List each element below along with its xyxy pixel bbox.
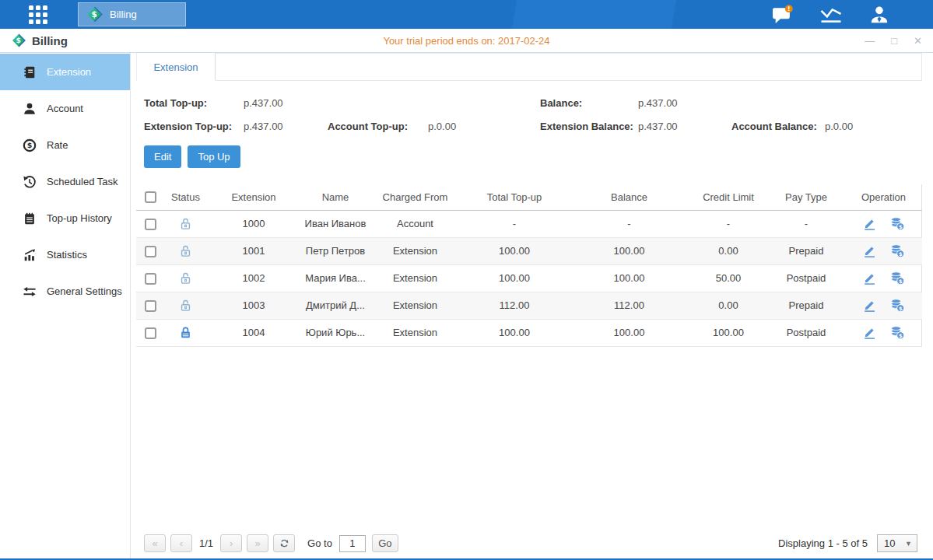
topup-coins-icon[interactable]: $ xyxy=(890,216,905,231)
topbar-tab-label: Billing xyxy=(110,9,137,20)
billing-diamond-icon: $ xyxy=(86,5,103,23)
balance-summary: Total Top-up: p.437.00 Balance: p.437.00… xyxy=(144,97,922,132)
table-row[interactable]: 1001 Петр Петров Extension 100.00 100.00… xyxy=(136,237,922,264)
lock-open-icon xyxy=(178,271,193,283)
rate-icon: $ xyxy=(23,138,37,152)
table-row[interactable]: 1000 Иван Иванов Account - - - - $ xyxy=(136,210,922,237)
minimize-icon[interactable]: — xyxy=(865,36,875,46)
edit-button[interactable]: Edit xyxy=(144,145,181,168)
edit-pencil-icon[interactable] xyxy=(862,325,877,340)
cell-charged-from: Account xyxy=(370,210,460,237)
tab-extension[interactable]: Extension xyxy=(136,53,215,81)
topbar-tab-billing[interactable]: $ Billing xyxy=(78,2,186,26)
tab-strip: Extension xyxy=(136,53,922,81)
row-checkbox[interactable] xyxy=(145,273,156,285)
row-checkbox[interactable] xyxy=(145,327,156,339)
topbar: $ Billing ! xyxy=(0,0,933,29)
table-row[interactable]: 1002 Мария Ива... Extension 100.00 100.0… xyxy=(136,264,922,292)
cell-name: Юрий Юрь... xyxy=(300,319,370,346)
edit-pencil-icon[interactable] xyxy=(862,243,877,258)
cell-name: Мария Ива... xyxy=(300,264,370,292)
edit-pencil-icon[interactable] xyxy=(862,216,877,231)
row-checkbox[interactable] xyxy=(145,219,156,230)
cell-balance: 100.00 xyxy=(569,319,689,346)
cell-extension: 1001 xyxy=(207,237,300,264)
column-header-charged-from: Charged From xyxy=(370,184,460,210)
close-icon[interactable]: ✕ xyxy=(914,36,922,46)
sidebar-item-general-settings[interactable]: General Settings xyxy=(0,273,130,310)
next-page-button[interactable]: › xyxy=(220,534,242,552)
table-row[interactable]: 1004 Юрий Юрь... Extension 100.00 100.00… xyxy=(136,319,922,346)
table-body: 1000 Иван Иванов Account - - - - $ 1001 … xyxy=(136,210,922,346)
cell-charged-from: Extension xyxy=(370,319,460,346)
top-up-button[interactable]: Top Up xyxy=(188,145,240,168)
table-row[interactable]: 1003 Дмитрий Д... Extension 112.00 112.0… xyxy=(136,292,922,319)
maximize-icon[interactable]: □ xyxy=(891,36,897,46)
cell-charged-from: Extension xyxy=(370,292,460,319)
cell-credit-limit: - xyxy=(689,210,767,237)
sidebar-item-account[interactable]: Account xyxy=(0,90,130,127)
sidebar-item-label: General Settings xyxy=(47,285,122,297)
cell-balance: 100.00 xyxy=(569,237,689,264)
action-buttons: Edit Top Up xyxy=(144,145,922,168)
svg-text:$: $ xyxy=(899,224,903,230)
user-account-icon[interactable] xyxy=(867,5,891,25)
goto-page-input[interactable] xyxy=(339,535,366,552)
svg-text:$: $ xyxy=(16,36,20,44)
svg-text:$: $ xyxy=(899,333,903,339)
lock-open-icon xyxy=(178,244,193,256)
column-header-name: Name xyxy=(300,184,370,210)
chat-icon[interactable]: ! xyxy=(770,5,794,25)
lock-closed-icon xyxy=(178,326,193,338)
refresh-icon xyxy=(279,537,290,549)
trial-period-message: Your trial period ends on: 2017-02-24 xyxy=(0,35,933,47)
cell-credit-limit: 100.00 xyxy=(689,319,767,346)
cell-balance: 100.00 xyxy=(569,264,689,292)
topup-coins-icon[interactable]: $ xyxy=(890,243,905,258)
cell-extension: 1003 xyxy=(207,292,300,319)
cell-charged-from: Extension xyxy=(370,264,460,292)
select-all-checkbox[interactable] xyxy=(145,191,156,203)
page-size-value: 10 xyxy=(878,537,895,549)
prev-page-button[interactable]: ‹ xyxy=(170,534,192,552)
topup-coins-icon[interactable]: $ xyxy=(890,271,905,285)
topup-coins-icon[interactable]: $ xyxy=(890,325,905,340)
cell-name: Петр Петров xyxy=(300,237,370,264)
sidebar-item-label: Statistics xyxy=(47,249,87,261)
edit-pencil-icon[interactable] xyxy=(862,271,877,285)
resource-monitor-icon[interactable] xyxy=(819,5,843,25)
scheduled-task-icon xyxy=(23,175,37,189)
last-page-button[interactable]: » xyxy=(247,534,268,552)
sidebar-item-statistics[interactable]: Statistics xyxy=(0,236,130,273)
column-header-pay-type: Pay Type xyxy=(767,184,845,210)
row-checkbox[interactable] xyxy=(145,300,156,312)
tab-extension-label: Extension xyxy=(153,61,198,73)
cell-pay-type: Postpaid xyxy=(767,264,845,292)
first-page-button[interactable]: « xyxy=(144,534,166,552)
sidebar-item-extension[interactable]: Extension xyxy=(0,54,130,90)
app-grid-icon[interactable] xyxy=(29,5,47,24)
row-checkbox[interactable] xyxy=(145,246,156,257)
svg-text:$: $ xyxy=(899,251,903,257)
total-topup-value: p.437.00 xyxy=(244,97,328,109)
sidebar-item-top-up-history[interactable]: Top-up History xyxy=(0,200,130,236)
statistics-icon xyxy=(23,248,37,262)
tab-strip-filler xyxy=(215,53,922,81)
topup-coins-icon[interactable]: $ xyxy=(890,298,905,313)
edit-pencil-icon[interactable] xyxy=(862,298,877,313)
go-button[interactable]: Go xyxy=(372,534,398,552)
sidebar-item-scheduled-task[interactable]: Scheduled Task xyxy=(0,163,130,200)
account-topup-value: p.0.00 xyxy=(428,121,540,132)
page-size-select[interactable]: 10 ▼ xyxy=(877,534,917,552)
cell-total-topup: 100.00 xyxy=(460,319,569,346)
billing-app-icon: $ xyxy=(11,33,26,48)
extension-topup-value: p.437.00 xyxy=(244,121,328,132)
cell-total-topup: 112.00 xyxy=(460,292,569,319)
lock-open-icon xyxy=(178,299,193,310)
notification-badge: ! xyxy=(787,5,791,12)
sidebar-item-rate[interactable]: $ Rate xyxy=(0,127,130,163)
cell-pay-type: - xyxy=(767,210,845,237)
sidebar-item-label: Scheduled Task xyxy=(47,176,118,187)
refresh-button[interactable] xyxy=(273,534,295,552)
topup-history-icon xyxy=(23,212,37,226)
